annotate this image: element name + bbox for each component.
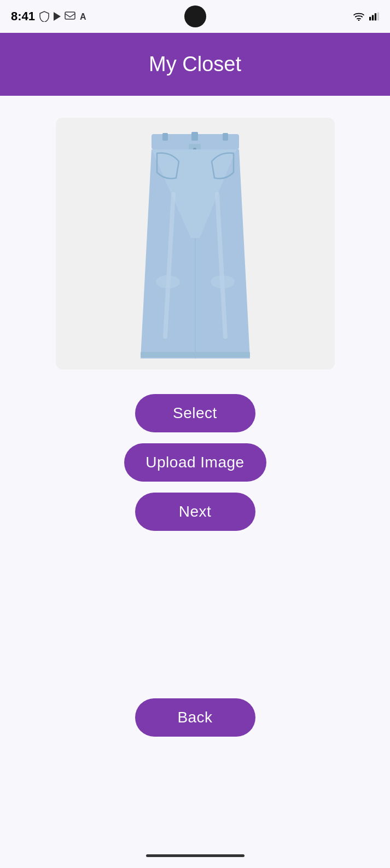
main-content: Select Upload Image Next <box>0 96 390 542</box>
home-indicator <box>146 854 245 857</box>
status-time: 8:41 <box>11 9 35 24</box>
status-bar-left: 8:41 A <box>11 9 89 24</box>
select-button[interactable]: Select <box>135 394 255 432</box>
signal-icon <box>369 12 379 21</box>
svg-rect-6 <box>375 13 376 20</box>
svg-rect-9 <box>162 133 168 141</box>
svg-text:A: A <box>80 12 86 21</box>
svg-rect-1 <box>65 12 75 19</box>
a-icon: A <box>79 11 89 21</box>
upload-image-button[interactable]: Upload Image <box>124 443 266 482</box>
jeans-image <box>119 129 272 358</box>
status-bar: 8:41 A <box>0 0 390 33</box>
svg-point-19 <box>156 275 180 288</box>
svg-rect-10 <box>223 133 228 141</box>
clothing-image-container <box>56 118 335 369</box>
back-section: Back <box>135 698 255 748</box>
status-bar-right <box>353 12 379 21</box>
svg-rect-22 <box>195 352 250 357</box>
status-icons: A <box>39 11 89 22</box>
message-icon <box>65 11 75 21</box>
wifi-icon <box>353 12 365 21</box>
svg-rect-4 <box>369 17 371 21</box>
svg-rect-21 <box>141 352 195 357</box>
svg-rect-11 <box>191 132 198 141</box>
svg-point-3 <box>358 20 360 21</box>
svg-rect-5 <box>372 15 374 21</box>
svg-marker-0 <box>54 12 61 21</box>
back-button[interactable]: Back <box>135 698 255 737</box>
camera-cutout <box>184 5 206 27</box>
play-icon <box>53 11 61 21</box>
svg-point-20 <box>211 275 235 288</box>
svg-rect-7 <box>377 13 379 21</box>
shield-icon <box>39 11 49 22</box>
app-header: My Closet <box>0 33 390 96</box>
next-button[interactable]: Next <box>135 493 255 531</box>
page-title: My Closet <box>149 53 241 76</box>
